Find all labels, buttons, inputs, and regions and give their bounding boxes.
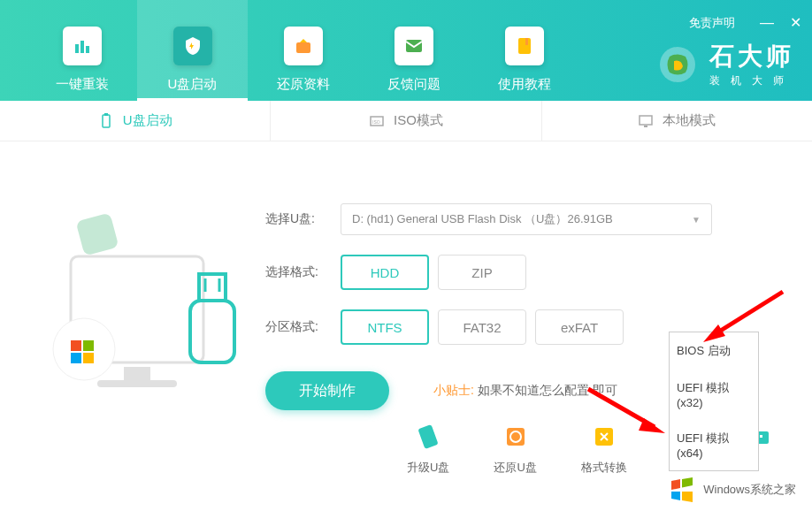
tool-label: 还原U盘: [494, 460, 536, 476]
boot-menu-dropdown: BIOS 启动 UEFI 模拟(x32) UEFI 模拟(x64): [669, 332, 759, 471]
logo: 石大师 装机大师: [656, 40, 794, 88]
svg-text:ISO: ISO: [372, 119, 380, 125]
svg-rect-3: [296, 42, 310, 53]
boot-uefi-x32[interactable]: UEFI 模拟(x32): [670, 370, 758, 420]
tip-text: 小贴士: 如果不知道怎么配置 即可: [433, 383, 617, 399]
format-row: 选择格式: HDD ZIP: [265, 255, 777, 290]
nav-usb-boot[interactable]: U盘启动: [137, 0, 248, 101]
monitor-icon: [638, 113, 654, 129]
nav-feedback[interactable]: 反馈问题: [358, 0, 469, 101]
mode-iso[interactable]: ISO ISO模式: [270, 101, 540, 141]
partition-ntfs[interactable]: NTFS: [341, 309, 429, 345]
svg-rect-2: [86, 46, 89, 53]
nav-label: 使用教程: [498, 76, 551, 93]
logo-icon: [656, 43, 699, 86]
svg-rect-16: [124, 367, 150, 380]
svg-rect-13: [644, 126, 647, 127]
partition-fat32[interactable]: FAT32: [438, 309, 526, 345]
svg-rect-1: [80, 41, 84, 53]
logo-title: 石大师: [709, 40, 794, 73]
tutorial-icon: [505, 27, 544, 65]
boot-uefi-x64[interactable]: UEFI 模拟(x64): [670, 420, 758, 470]
boot-bios[interactable]: BIOS 启动: [670, 332, 758, 370]
mode-tabs: U盘启动 ISO ISO模式 本地模式: [0, 101, 812, 141]
nav-label: 还原资料: [277, 76, 330, 93]
tool-convert[interactable]: 格式转换: [581, 423, 627, 476]
watermark: Windows系统之家: [668, 476, 796, 504]
usb-shield-icon: [173, 27, 212, 65]
header-bar: 免责声明 — ✕ 一键重装 U盘启动 还原资料 反馈问题: [0, 0, 812, 101]
svg-rect-36: [760, 435, 762, 438]
tool-restore[interactable]: 还原U盘: [494, 423, 536, 476]
watermark-text: Windows系统之家: [703, 482, 796, 498]
svg-rect-9: [104, 113, 108, 116]
close-button[interactable]: ✕: [790, 14, 801, 31]
disk-value: D: (hd1) General USB Flash Disk （U盘）26.9…: [352, 211, 613, 227]
format-options: HDD ZIP: [341, 255, 526, 290]
mode-label: ISO模式: [394, 112, 443, 129]
svg-rect-27: [418, 424, 439, 449]
illustration: [35, 168, 239, 416]
svg-rect-8: [103, 115, 110, 127]
svg-rect-25: [71, 353, 81, 363]
nav-label: 一键重装: [56, 76, 109, 93]
svg-rect-18: [190, 301, 234, 362]
iso-icon: ISO: [369, 113, 385, 129]
disk-label: 选择U盘:: [265, 211, 341, 227]
mode-usb[interactable]: U盘启动: [0, 101, 270, 141]
main-nav: 一键重装 U盘启动 还原资料 反馈问题 使用教程: [0, 0, 579, 101]
convert-icon: [590, 423, 618, 451]
nav-restore[interactable]: 还原资料: [248, 0, 358, 101]
restore-icon: [284, 27, 323, 65]
svg-rect-12: [640, 116, 652, 125]
feedback-icon: [395, 27, 433, 65]
format-label: 选择格式:: [265, 264, 341, 280]
bars-icon: [63, 27, 102, 65]
svg-rect-0: [75, 44, 79, 53]
tool-label: 格式转换: [581, 460, 627, 476]
tip-label: 小贴士:: [433, 383, 474, 397]
windows-icon: [668, 476, 696, 504]
mode-label: U盘启动: [123, 112, 172, 129]
svg-rect-5: [518, 38, 531, 54]
partition-label: 分区格式:: [265, 319, 341, 335]
nav-tutorial[interactable]: 使用教程: [469, 0, 579, 101]
restore-usb-icon: [502, 423, 530, 451]
disk-dropdown[interactable]: D: (hd1) General USB Flash Disk （U盘）26.9…: [341, 203, 712, 235]
partition-options: NTFS FAT32 exFAT: [341, 309, 624, 345]
usb-icon: [98, 113, 114, 129]
format-zip[interactable]: ZIP: [438, 255, 526, 290]
nav-reinstall[interactable]: 一键重装: [27, 0, 137, 101]
nav-label: U盘启动: [168, 76, 218, 93]
partition-exfat[interactable]: exFAT: [535, 309, 624, 345]
chevron-down-icon: ▼: [692, 215, 701, 225]
mode-label: 本地模式: [663, 112, 716, 129]
upgrade-icon: [414, 423, 442, 451]
start-button[interactable]: 开始制作: [265, 371, 389, 410]
tool-upgrade[interactable]: 升级U盘: [407, 423, 449, 476]
window-controls: 免责声明 — ✕: [689, 14, 801, 31]
disk-row: 选择U盘: D: (hd1) General USB Flash Disk （U…: [265, 203, 777, 235]
tool-label: 升级U盘: [407, 460, 449, 476]
svg-rect-24: [83, 340, 94, 351]
svg-rect-6: [525, 38, 528, 45]
svg-rect-26: [83, 353, 94, 363]
nav-label: 反馈问题: [387, 76, 440, 93]
disclaimer-link[interactable]: 免责声明: [689, 15, 735, 31]
logo-subtitle: 装机大师: [709, 73, 794, 88]
format-hdd[interactable]: HDD: [341, 255, 429, 290]
svg-rect-23: [71, 340, 81, 351]
tip-content: 如果不知道怎么配置 即可: [478, 383, 617, 397]
svg-rect-17: [97, 380, 177, 387]
mode-local[interactable]: 本地模式: [541, 101, 812, 141]
minimize-button[interactable]: —: [760, 15, 774, 31]
svg-rect-14: [76, 213, 119, 256]
